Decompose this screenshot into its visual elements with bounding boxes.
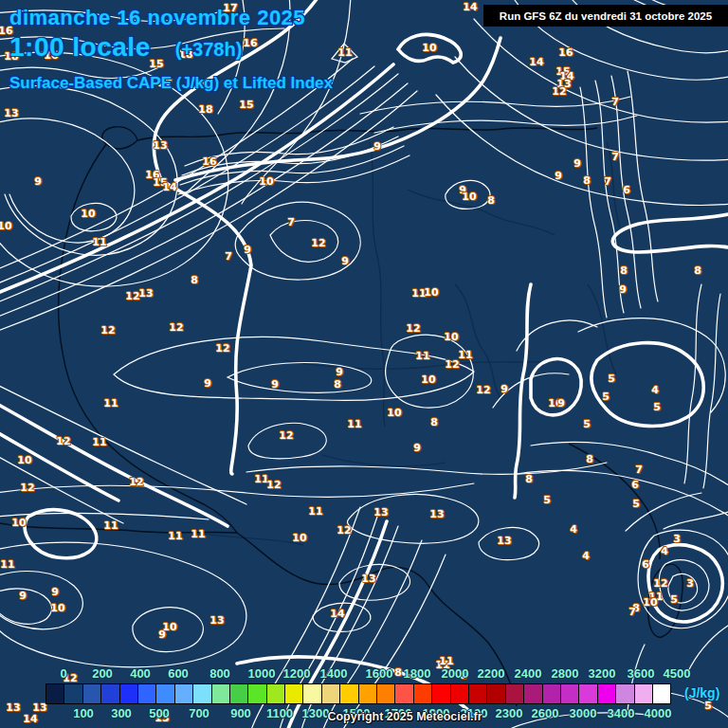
- map-value-label: 7: [611, 96, 619, 108]
- colorbar-cell: [579, 684, 597, 703]
- colorbar-cell: [359, 684, 377, 703]
- colorbar-cell: [616, 684, 634, 703]
- map-value-label: 13: [153, 139, 167, 152]
- colorbar-tick-label: 2000: [442, 666, 469, 681]
- map-value-label: 8: [586, 453, 593, 465]
- map-value-label: 12: [311, 237, 325, 249]
- colorbar-tick-label: 400: [130, 666, 151, 681]
- map-value-label: 13: [497, 535, 511, 547]
- date-text: dimanche 16 novembre 2025: [9, 6, 333, 30]
- colorbar-cell: [377, 684, 395, 703]
- map-value-label: 9: [336, 366, 343, 378]
- map-value-label: 5: [704, 700, 712, 712]
- colorbar-tick-label: 4500: [664, 666, 691, 681]
- colorbar-tick-label: 3600: [628, 666, 655, 681]
- colorbar-cell: [506, 684, 524, 703]
- colorbar-tick-label: 1000: [248, 666, 276, 681]
- map-value-label: 9: [34, 175, 42, 188]
- map-value-label: 14: [162, 181, 176, 193]
- map-value-label: 13: [361, 573, 375, 585]
- map-value-label: 9: [341, 255, 349, 267]
- map-value-label: 9: [619, 283, 627, 296]
- map-value-label: 4: [582, 550, 590, 562]
- map-value-label: 11: [191, 528, 205, 540]
- map-value-label: 9: [204, 377, 211, 390]
- map-value-label: 8: [487, 194, 495, 207]
- colorbar-tick-label: 2300: [496, 706, 523, 720]
- title-block: dimanche 16 novembre 2025 1:00 locale (+…: [9, 6, 333, 93]
- map-value-label: 11: [458, 349, 472, 361]
- map-value-label: 13: [6, 701, 20, 714]
- map-value-label: 8: [525, 473, 533, 485]
- colorbar-tick-label: 4000: [645, 706, 672, 720]
- map-value-label: 10: [444, 331, 458, 343]
- map-value-label: 11: [103, 397, 118, 410]
- map-value-label: 8: [694, 264, 701, 277]
- map-value-label: 7: [287, 216, 295, 228]
- map-value-label: 9: [555, 170, 562, 182]
- colorbar-cell: [635, 684, 653, 703]
- map-value-label: 12: [215, 342, 229, 355]
- map-value-label: 13: [429, 508, 444, 520]
- map-value-label: 12: [129, 476, 143, 488]
- map-value-label: 7: [604, 175, 611, 188]
- map-value-label: 11: [439, 655, 453, 667]
- map-value-label: 3: [686, 577, 694, 590]
- map-value-label: 12: [476, 384, 490, 396]
- map-value-label: 8: [620, 264, 628, 277]
- colorbar-cell: [285, 684, 303, 703]
- map-value-label: 5: [632, 498, 640, 510]
- colorbar-cell: [248, 684, 266, 703]
- colorbar-cell: [83, 684, 101, 703]
- colorbar-cell: [46, 684, 64, 703]
- map-value-label: 12: [279, 429, 293, 442]
- map-value-label: 9: [500, 383, 508, 395]
- map-value-label: 11: [0, 558, 14, 571]
- colorbar-cell: [340, 684, 358, 703]
- colorbar-cell: [451, 684, 469, 703]
- map-value-label: 9: [244, 244, 251, 256]
- colorbar-cell: [598, 684, 616, 703]
- colorbar-tick-label: 1800: [404, 666, 431, 681]
- colorbar-tick-label: 2800: [552, 666, 579, 681]
- map-value-label: 9: [271, 378, 279, 391]
- colorbar-cell: [101, 684, 119, 703]
- map-value-label: 9: [158, 628, 166, 641]
- map-value-label: 11: [337, 46, 352, 59]
- map-value-label: 7: [628, 606, 636, 618]
- map-value-label: 12: [266, 479, 281, 491]
- colorbar-tick-label: 1600: [366, 666, 393, 681]
- colorbar-tick-label: 300: [111, 706, 132, 720]
- colorbar-unit-label: (J/kg): [684, 685, 719, 701]
- map-value-label: 11: [92, 236, 106, 248]
- map-value-label: 5: [670, 593, 678, 606]
- map-value-label: 14: [529, 56, 543, 68]
- map-value-label: 9: [573, 157, 581, 170]
- map-value-label: 9: [557, 397, 565, 410]
- map-value-label: 6: [642, 558, 649, 571]
- map-value-label: 12: [169, 321, 183, 334]
- map-value-label: 13: [4, 107, 18, 119]
- colorbar-cell: [193, 684, 211, 703]
- cape-colorbar: [46, 683, 671, 704]
- map-value-label: 5: [602, 391, 610, 403]
- map-value-label: 12: [337, 524, 351, 537]
- colorbar-cell: [175, 684, 193, 703]
- map-value-label: 8: [430, 416, 438, 428]
- map-value-label: 10: [462, 191, 476, 203]
- colorbar-cell: [120, 684, 138, 703]
- run-info-box: Run GFS 6Z du vendredi 31 octobre 2025: [483, 5, 728, 27]
- map-value-label: 12: [56, 435, 70, 447]
- map-value-label: 9: [19, 590, 27, 602]
- colorbar-cell: [64, 684, 82, 703]
- map-value-label: 7: [225, 250, 232, 263]
- map-value-label: 10: [17, 454, 31, 466]
- map-value-label: 7: [611, 151, 619, 163]
- map-value-label: 13: [138, 287, 153, 300]
- map-value-label: 12: [653, 577, 667, 590]
- colorbar-cell: [653, 684, 670, 703]
- colorbar-tick-label: 100: [73, 706, 94, 720]
- map-value-label: 11: [415, 350, 429, 362]
- time-text: 1:00 locale: [9, 32, 151, 63]
- map-value-label: 10: [81, 208, 95, 220]
